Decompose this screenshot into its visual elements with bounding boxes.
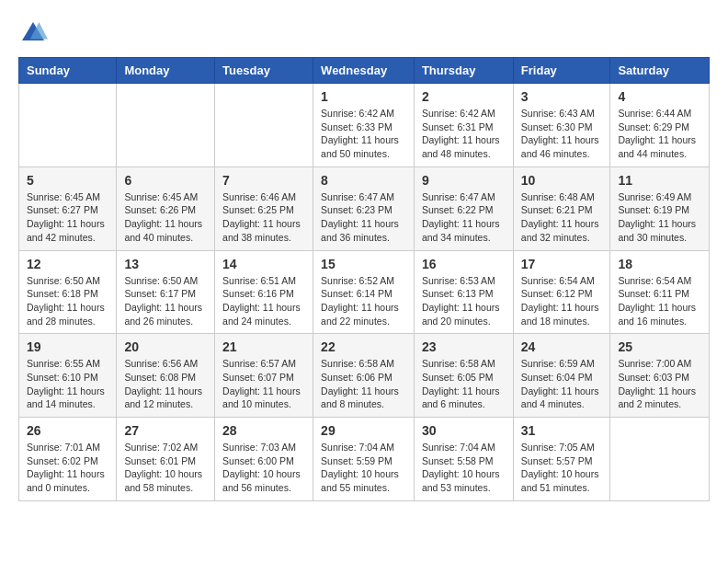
calendar-cell: 3Sunrise: 6:43 AM Sunset: 6:30 PM Daylig… (513, 84, 610, 167)
day-number: 31 (521, 423, 603, 438)
day-info: Sunrise: 6:51 AM Sunset: 6:16 PM Dayligh… (222, 274, 305, 328)
calendar-cell: 18Sunrise: 6:54 AM Sunset: 6:11 PM Dayli… (610, 250, 710, 334)
calendar-cell: 31Sunrise: 7:05 AM Sunset: 5:57 PM Dayli… (513, 418, 610, 501)
day-info: Sunrise: 6:56 AM Sunset: 6:08 PM Dayligh… (124, 357, 207, 411)
day-of-week-header: Tuesday (215, 58, 313, 84)
day-number: 28 (222, 423, 305, 438)
calendar-cell: 10Sunrise: 6:48 AM Sunset: 6:21 PM Dayli… (513, 167, 610, 250)
day-number: 21 (222, 339, 305, 354)
calendar-cell: 20Sunrise: 6:56 AM Sunset: 6:08 PM Dayli… (117, 334, 215, 418)
calendar-cell: 14Sunrise: 6:51 AM Sunset: 6:16 PM Dayli… (215, 250, 313, 334)
day-info: Sunrise: 7:04 AM Sunset: 5:59 PM Dayligh… (321, 441, 406, 495)
calendar-cell: 25Sunrise: 7:00 AM Sunset: 6:03 PM Dayli… (610, 334, 710, 418)
calendar-cell: 17Sunrise: 6:54 AM Sunset: 6:12 PM Dayli… (513, 250, 610, 334)
day-number: 7 (222, 173, 305, 188)
calendar-cell: 16Sunrise: 6:53 AM Sunset: 6:13 PM Dayli… (414, 250, 513, 334)
day-number: 18 (618, 257, 701, 271)
day-info: Sunrise: 6:49 AM Sunset: 6:19 PM Dayligh… (618, 190, 701, 245)
calendar-cell: 13Sunrise: 6:50 AM Sunset: 6:17 PM Dayli… (117, 250, 215, 334)
day-number: 29 (321, 423, 406, 438)
day-info: Sunrise: 7:05 AM Sunset: 5:57 PM Dayligh… (521, 441, 603, 495)
calendar-header-row: SundayMondayTuesdayWednesdayThursdayFrid… (19, 58, 710, 84)
day-info: Sunrise: 7:04 AM Sunset: 5:58 PM Dayligh… (422, 441, 506, 495)
day-number: 19 (27, 339, 108, 354)
day-number: 20 (124, 339, 207, 354)
calendar-cell: 15Sunrise: 6:52 AM Sunset: 6:14 PM Dayli… (313, 250, 415, 334)
day-info: Sunrise: 6:54 AM Sunset: 6:11 PM Dayligh… (618, 274, 701, 328)
day-info: Sunrise: 6:54 AM Sunset: 6:12 PM Dayligh… (521, 274, 603, 328)
day-info: Sunrise: 6:43 AM Sunset: 6:30 PM Dayligh… (521, 107, 603, 161)
day-info: Sunrise: 6:50 AM Sunset: 6:17 PM Dayligh… (124, 274, 207, 328)
day-number: 3 (521, 89, 603, 104)
day-number: 23 (422, 339, 506, 354)
day-info: Sunrise: 6:50 AM Sunset: 6:18 PM Dayligh… (27, 274, 108, 328)
day-info: Sunrise: 6:52 AM Sunset: 6:14 PM Dayligh… (321, 274, 406, 328)
day-of-week-header: Wednesday (313, 58, 415, 84)
calendar-cell: 19Sunrise: 6:55 AM Sunset: 6:10 PM Dayli… (19, 334, 117, 418)
day-info: Sunrise: 6:57 AM Sunset: 6:07 PM Dayligh… (222, 357, 305, 411)
day-number: 10 (521, 173, 603, 188)
day-info: Sunrise: 6:42 AM Sunset: 6:33 PM Dayligh… (321, 107, 406, 161)
calendar-cell: 23Sunrise: 6:58 AM Sunset: 6:05 PM Dayli… (414, 334, 513, 418)
day-number: 26 (27, 423, 108, 438)
calendar-cell (117, 84, 215, 167)
calendar-cell: 4Sunrise: 6:44 AM Sunset: 6:29 PM Daylig… (610, 84, 710, 167)
calendar-cell: 6Sunrise: 6:45 AM Sunset: 6:26 PM Daylig… (117, 167, 215, 250)
day-info: Sunrise: 6:45 AM Sunset: 6:26 PM Dayligh… (124, 190, 207, 245)
calendar-cell: 8Sunrise: 6:47 AM Sunset: 6:23 PM Daylig… (313, 167, 415, 250)
day-number: 9 (422, 173, 506, 188)
logo (18, 18, 51, 48)
calendar-cell (215, 84, 313, 167)
day-info: Sunrise: 6:45 AM Sunset: 6:27 PM Dayligh… (27, 190, 108, 245)
calendar-cell: 12Sunrise: 6:50 AM Sunset: 6:18 PM Dayli… (19, 250, 117, 334)
day-number: 13 (124, 257, 207, 271)
day-number: 17 (521, 257, 603, 271)
calendar: SundayMondayTuesdayWednesdayThursdayFrid… (18, 57, 710, 501)
day-of-week-header: Sunday (19, 58, 117, 84)
calendar-cell: 26Sunrise: 7:01 AM Sunset: 6:02 PM Dayli… (19, 418, 117, 501)
calendar-cell: 9Sunrise: 6:47 AM Sunset: 6:22 PM Daylig… (414, 167, 513, 250)
day-number: 27 (124, 423, 207, 438)
calendar-cell: 29Sunrise: 7:04 AM Sunset: 5:59 PM Dayli… (313, 418, 415, 501)
calendar-cell (19, 84, 117, 167)
day-of-week-header: Monday (117, 58, 215, 84)
day-info: Sunrise: 6:58 AM Sunset: 6:05 PM Dayligh… (422, 357, 506, 411)
day-number: 1 (321, 89, 406, 104)
day-number: 4 (618, 89, 701, 104)
day-of-week-header: Thursday (414, 58, 513, 84)
day-info: Sunrise: 7:00 AM Sunset: 6:03 PM Dayligh… (618, 357, 701, 411)
day-of-week-header: Saturday (610, 58, 710, 84)
day-info: Sunrise: 6:47 AM Sunset: 6:22 PM Dayligh… (422, 190, 506, 245)
day-info: Sunrise: 6:47 AM Sunset: 6:23 PM Dayligh… (321, 190, 406, 245)
day-number: 11 (618, 173, 701, 188)
day-number: 14 (222, 257, 305, 271)
calendar-cell: 30Sunrise: 7:04 AM Sunset: 5:58 PM Dayli… (414, 418, 513, 501)
day-number: 12 (27, 257, 108, 271)
logo-icon (18, 18, 48, 48)
calendar-cell (610, 418, 710, 501)
calendar-cell: 21Sunrise: 6:57 AM Sunset: 6:07 PM Dayli… (215, 334, 313, 418)
day-info: Sunrise: 7:03 AM Sunset: 6:00 PM Dayligh… (222, 441, 305, 495)
day-info: Sunrise: 7:02 AM Sunset: 6:01 PM Dayligh… (124, 441, 207, 495)
calendar-cell: 1Sunrise: 6:42 AM Sunset: 6:33 PM Daylig… (313, 84, 415, 167)
calendar-cell: 7Sunrise: 6:46 AM Sunset: 6:25 PM Daylig… (215, 167, 313, 250)
day-number: 22 (321, 339, 406, 354)
day-number: 5 (27, 173, 108, 188)
day-number: 25 (618, 339, 701, 354)
calendar-cell: 28Sunrise: 7:03 AM Sunset: 6:00 PM Dayli… (215, 418, 313, 501)
day-info: Sunrise: 6:48 AM Sunset: 6:21 PM Dayligh… (521, 190, 603, 245)
day-info: Sunrise: 6:53 AM Sunset: 6:13 PM Dayligh… (422, 274, 506, 328)
calendar-cell: 27Sunrise: 7:02 AM Sunset: 6:01 PM Dayli… (117, 418, 215, 501)
calendar-cell: 22Sunrise: 6:58 AM Sunset: 6:06 PM Dayli… (313, 334, 415, 418)
calendar-week-row: 1Sunrise: 6:42 AM Sunset: 6:33 PM Daylig… (19, 84, 710, 167)
day-number: 8 (321, 173, 406, 188)
day-info: Sunrise: 6:46 AM Sunset: 6:25 PM Dayligh… (222, 190, 305, 245)
calendar-cell: 2Sunrise: 6:42 AM Sunset: 6:31 PM Daylig… (414, 84, 513, 167)
calendar-cell: 5Sunrise: 6:45 AM Sunset: 6:27 PM Daylig… (19, 167, 117, 250)
day-number: 15 (321, 257, 406, 271)
calendar-week-row: 19Sunrise: 6:55 AM Sunset: 6:10 PM Dayli… (19, 334, 710, 418)
day-info: Sunrise: 6:58 AM Sunset: 6:06 PM Dayligh… (321, 357, 406, 411)
calendar-cell: 24Sunrise: 6:59 AM Sunset: 6:04 PM Dayli… (513, 334, 610, 418)
page-header (18, 18, 710, 48)
calendar-week-row: 12Sunrise: 6:50 AM Sunset: 6:18 PM Dayli… (19, 250, 710, 334)
